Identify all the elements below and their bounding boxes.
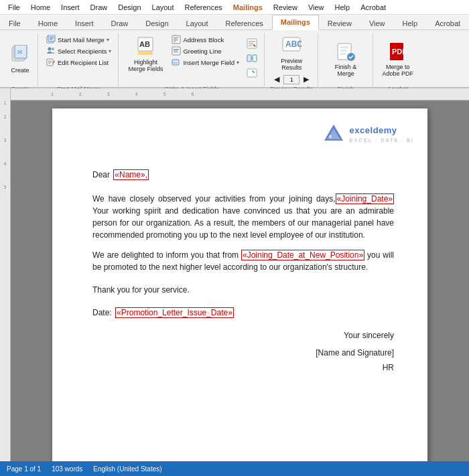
page-scroll: e exceldemy EXCEL · DATA · BI Dear «Name… [11,100,469,461]
match-fields-button[interactable] [244,52,260,65]
tab-references[interactable]: References [217,16,272,30]
highlight-merge-fields-icon: AB [136,36,155,58]
tab-insert[interactable]: Insert [66,16,103,30]
svg-text:AB: AB [139,40,150,48]
tab-file[interactable]: File [0,16,29,30]
svg-rect-40 [340,46,348,48]
svg-text:PDF: PDF [392,48,407,56]
svg-rect-34 [253,55,257,62]
edit-recipient-list-label: Edit Recipient List [58,59,109,66]
svg-text:e: e [329,133,332,139]
document-area: 1 2 3 4 5 1 2 3 4 5 6 e [0,88,469,461]
insert-merge-field-button[interactable]: «» Insert Merge Field ▾ [169,57,242,68]
greeting-line-icon [172,46,181,56]
svg-rect-18 [172,35,180,44]
menu-references[interactable]: References [180,2,228,13]
svg-rect-41 [340,50,347,52]
group-write-insert-fields: AB HighlightMerge Fields [120,33,265,94]
document-column: 1 2 3 4 5 6 e exceldemy EXCEL · D [11,88,469,461]
svg-text:✉: ✉ [17,49,23,56]
highlight-merge-fields-button[interactable]: AB HighlightMerge Fields [124,34,167,74]
watermark: e exceldemy EXCEL · DATA · BI [322,122,414,146]
tab-review[interactable]: Review [319,16,360,30]
create-button[interactable]: ✉ Create [7,43,34,76]
svg-rect-36 [247,69,257,77]
record-number[interactable]: 1 [283,75,299,84]
create-label: Create [11,67,29,74]
menu-file[interactable]: File [3,2,25,13]
merge-adobe-button[interactable]: PDF Merge toAdobe PDF [379,40,418,79]
start-mail-merge-arrow: ▾ [107,37,109,43]
greeting-line-button[interactable]: Greeting Line [169,46,242,56]
menu-view[interactable]: View [303,2,330,13]
merge-adobe-label: Merge toAdobe PDF [383,64,414,77]
tab-mailings[interactable]: Mailings [272,15,319,30]
menu-acrobat[interactable]: Acrobat [355,2,391,13]
select-recipients-arrow: ▾ [109,48,111,54]
tab-help[interactable]: Help [394,16,427,30]
highlight-merge-fields-label: HighlightMerge Fields [128,59,163,72]
closing-line-1: Your sincerely [92,329,394,341]
status-words: 103 words [52,465,82,473]
edit-recipient-list-button[interactable]: Edit Recipient List [44,57,114,68]
menu-mailings[interactable]: Mailings [228,2,268,13]
menu-review[interactable]: Review [268,2,303,13]
rules-icon [247,38,257,49]
address-block-icon [172,35,181,44]
select-recipients-icon [46,46,56,56]
ribbon-tabs: File Home Insert Draw Design Layout Refe… [0,15,469,30]
menu-design[interactable]: Design [113,2,146,13]
document-date: Date: «Promotion_Letter_Issue_Date» [92,307,394,319]
group-start-mail-merge: Start Mail Merge ▾ Select Recipients ▾ [40,33,119,94]
horizontal-ruler: 1 2 3 4 5 6 [11,88,469,100]
watermark-brand: exceldemy EXCEL · DATA · BI [350,124,414,145]
prev-record-button[interactable]: ◀ [271,74,282,84]
menu-insert[interactable]: Insert [56,2,85,13]
tab-view[interactable]: View [360,16,394,30]
greeting-text: Dear [92,170,110,179]
svg-point-10 [52,48,54,50]
svg-text:ABC: ABC [285,39,302,49]
preview-results-button[interactable]: ABC PreviewResults [277,34,306,73]
tab-layout[interactable]: Layout [178,16,217,30]
start-mail-merge-button[interactable]: Start Mail Merge ▾ [44,34,114,45]
watermark-logo: e [322,122,346,146]
group-acrobat: PDF Merge toAdobe PDF Acrobat [375,33,422,94]
edit-recipient-list-icon [46,58,56,67]
para2-pre-text: We are delighted to inform you that from [92,250,241,260]
finish-merge-button[interactable]: Finish &Merge [331,40,361,79]
tab-home[interactable]: Home [29,16,66,30]
insert-merge-field-arrow: ▾ [237,60,239,66]
ribbon-content: ✉ Create Create [0,30,469,94]
menu-home[interactable]: Home [25,2,56,13]
address-block-label: Address Block [183,36,224,44]
document-paragraph-1: We have closely observed your activities… [92,193,394,241]
update-labels-icon [247,68,257,78]
group-preview-results: ABC PreviewResults ◀ 1 ▶ Preview Results [266,33,318,94]
menu-layout[interactable]: Layout [147,2,180,13]
joining-date-new-pos-merge-field: «Joining_Date_at_New_Position» [241,250,364,260]
svg-rect-42 [340,53,346,55]
menu-draw[interactable]: Draw [85,2,113,13]
rules-button[interactable] [244,37,260,50]
next-record-button[interactable]: ▶ [301,74,312,84]
update-labels-button[interactable] [244,66,260,80]
para1-cont-text: Your working spirit and dedication have … [92,206,394,240]
menu-help[interactable]: Help [330,2,356,13]
greeting-line-label: Greeting Line [183,48,221,55]
document-greeting: Dear «Name», [92,169,394,181]
status-page: Page 1 of 1 [7,465,41,473]
document-closing: Your sincerely [Name and Signature] HR [92,329,394,374]
closing-line-2: [Name and Signature] [92,347,394,359]
insert-merge-field-icon: «» [172,58,181,67]
group-create: ✉ Create Create [3,33,38,94]
svg-rect-33 [247,55,251,62]
document-paragraph-2: We are delighted to inform you that from… [92,249,394,273]
finish-merge-label: Finish &Merge [335,64,357,77]
tab-acrobat[interactable]: Acrobat [426,16,469,30]
address-block-button[interactable]: Address Block [169,34,242,45]
tab-design[interactable]: Design [137,16,177,30]
tab-draw[interactable]: Draw [103,16,137,30]
select-recipients-button[interactable]: Select Recipients ▾ [44,46,114,56]
match-fields-icon [247,53,257,64]
